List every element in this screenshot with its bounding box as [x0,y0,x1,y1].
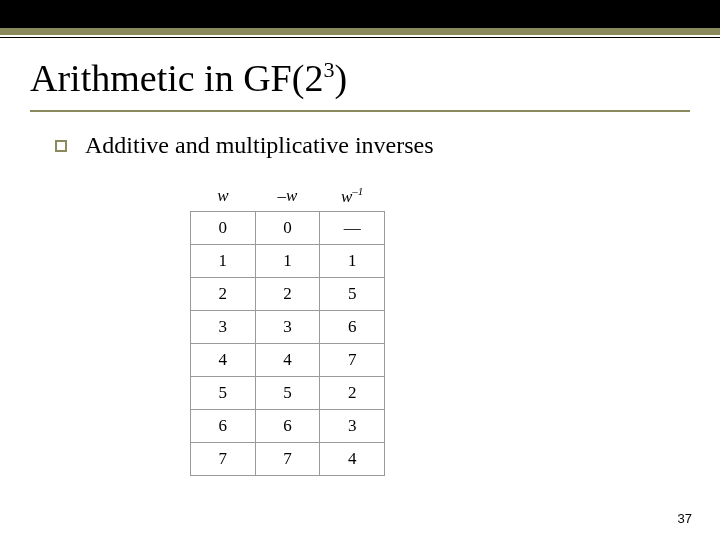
cell-w: 0 [191,211,256,244]
title-suffix: ) [334,57,347,99]
cell-w: 4 [191,343,256,376]
table-row: 5 5 2 [191,376,385,409]
header-inv-exp: –1 [352,185,363,197]
cell-inv: 7 [320,343,385,376]
square-bullet-icon [55,140,67,152]
cell-w: 2 [191,277,256,310]
table-row: 7 7 4 [191,442,385,475]
cell-w: 6 [191,409,256,442]
cell-neg: 5 [255,376,320,409]
table-row: 6 6 3 [191,409,385,442]
bullet-item: Additive and multiplicative inverses [55,132,720,159]
header-inv-w: w–1 [320,181,385,211]
cell-w: 1 [191,244,256,277]
table-row: 2 2 5 [191,277,385,310]
thin-line [0,37,720,38]
cell-neg: 0 [255,211,320,244]
bullet-text: Additive and multiplicative inverses [85,132,434,159]
title-exponent: 3 [323,57,334,82]
inverse-table: w –w w–1 0 0 — 1 1 1 2 2 5 [190,181,385,476]
cell-inv: 3 [320,409,385,442]
cell-neg: 4 [255,343,320,376]
cell-neg: 3 [255,310,320,343]
cell-inv: 2 [320,376,385,409]
cell-neg: 6 [255,409,320,442]
table-row: 1 1 1 [191,244,385,277]
page-number: 37 [678,511,692,526]
title-prefix: Arithmetic in GF(2 [30,57,323,99]
cell-w: 3 [191,310,256,343]
header-neg-w: –w [255,181,320,211]
header-inv-base: w [341,187,352,206]
title-divider [30,110,690,112]
cell-inv: 4 [320,442,385,475]
cell-w: 7 [191,442,256,475]
table-row: 3 3 6 [191,310,385,343]
cell-neg: 2 [255,277,320,310]
header-w: w [191,181,256,211]
cell-w: 5 [191,376,256,409]
cell-inv: — [320,211,385,244]
cell-inv: 1 [320,244,385,277]
table-row: 0 0 — [191,211,385,244]
table-header-row: w –w w–1 [191,181,385,211]
cell-neg: 1 [255,244,320,277]
inverse-table-wrap: w –w w–1 0 0 — 1 1 1 2 2 5 [190,181,385,476]
cell-inv: 6 [320,310,385,343]
table-row: 4 4 7 [191,343,385,376]
cell-neg: 7 [255,442,320,475]
accent-bar [0,28,720,35]
cell-inv: 5 [320,277,385,310]
page-title: Arithmetic in GF(23) [30,56,720,100]
top-black-bar [0,0,720,28]
